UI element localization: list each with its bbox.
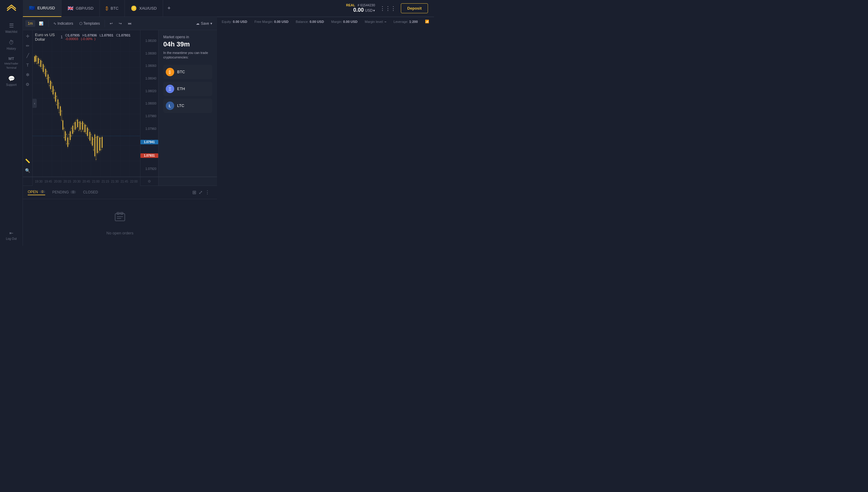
orders-tabs: OPEN 0 PENDING 0 CLOSED ⊞ ⤢ — [23, 186, 217, 199]
chart-timeframe: 1 — [61, 35, 63, 39]
margin-level-value: – — [385, 20, 386, 24]
shape-tool[interactable]: ✼ — [25, 71, 31, 78]
price-label-0: 1.08100 — [141, 39, 158, 43]
zoom-tool[interactable]: 🔍 — [24, 167, 31, 174]
tab-gbp-usd[interactable]: 🇬🇧 GBP/USD — [62, 0, 100, 17]
tab-gbp-usd-label: GBP/USD — [76, 6, 94, 10]
save-button[interactable]: ☁ Save ▾ — [193, 20, 214, 27]
rewind-button[interactable]: ⏮ — [125, 20, 134, 27]
sidebar-watchlist-label: Watchlist — [5, 30, 17, 33]
leverage-label: Leverage: 1:200 — [394, 20, 418, 24]
svg-rect-94 — [79, 121, 80, 130]
btc-crypto-name: BTC — [177, 70, 185, 74]
svg-rect-44 — [49, 77, 50, 85]
svg-rect-126 — [99, 138, 100, 151]
sidebar-item-watchlist[interactable]: ☰ Watchlist — [0, 19, 23, 36]
svg-rect-72 — [66, 134, 67, 144]
svg-rect-114 — [92, 137, 93, 146]
svg-rect-78 — [70, 131, 71, 140]
chart-svg — [32, 39, 140, 176]
equity-label: Equity: 0.00 USD — [222, 20, 247, 24]
account-balance: 0.00 — [353, 7, 364, 13]
line-tool[interactable]: ╱ — [25, 52, 30, 59]
templates-label: Templates — [83, 21, 100, 26]
free-margin-label: Free Margin: 0.00 USD — [255, 20, 288, 24]
chart-high: H1.07936 — [82, 33, 97, 37]
balance-label: Balance: 0.00 USD — [296, 20, 324, 24]
tab-btc[interactable]: ₿ BTC — [100, 0, 125, 17]
time-label-9: 21:45 — [121, 180, 128, 183]
chart-main: ‹ Euro vs US Dollar 1 O1.07935 H1.07936 … — [32, 30, 140, 176]
svg-rect-98 — [82, 121, 83, 130]
crypto-ltc[interactable]: Ł LTC — [163, 99, 212, 113]
sidebar-logout-label: Log Out — [6, 237, 17, 241]
tab-eur-usd[interactable]: 🇪🇺 EUR/USD — [23, 0, 62, 17]
svg-rect-122 — [97, 136, 98, 153]
templates-icon: ⬡ — [79, 21, 82, 26]
svg-rect-118 — [94, 134, 95, 156]
crypto-btc[interactable]: ₿ BTC — [163, 65, 212, 79]
price-badge-blue: 1.07941 — [141, 140, 158, 144]
timeframe-button[interactable]: 1m — [25, 20, 35, 27]
svg-rect-92 — [78, 123, 79, 130]
time-label-2: 20:00 — [54, 180, 62, 183]
chart-body: ✛ ✏ ╱ T ✼ ⚙ 📏 🔍 ‹ — [23, 30, 217, 176]
pen-tool[interactable]: ✏ — [25, 42, 31, 49]
svg-rect-48 — [51, 83, 52, 91]
sidebar: ☰ Watchlist ⏱ History MT MetaTrader Term… — [0, 17, 23, 246]
price-label-3: 1.08040 — [141, 77, 158, 80]
tab-closed[interactable]: CLOSED — [83, 190, 98, 195]
tab-xau-usd[interactable]: 🪙 XAU/USD — [125, 0, 163, 17]
redo-button[interactable]: ↪ — [116, 20, 124, 27]
svg-rect-36 — [44, 66, 45, 73]
grid-icon[interactable]: ⋮⋮⋮ — [380, 5, 396, 12]
orders-layout-button[interactable]: ⊞ — [192, 190, 196, 195]
tab-pending[interactable]: PENDING 0 — [52, 190, 76, 195]
sidebar-item-history[interactable]: ⏱ History — [0, 36, 23, 53]
mt-icon: MT — [8, 56, 14, 61]
text-tool[interactable]: T — [25, 62, 30, 69]
svg-rect-106 — [87, 127, 88, 136]
tab-open[interactable]: OPEN 0 — [28, 190, 45, 195]
svg-rect-96 — [81, 124, 82, 131]
pending-tab-label: PENDING — [52, 190, 69, 194]
sidebar-item-logout[interactable]: ⇤ Log Out — [0, 227, 23, 243]
toolbar-divider-2 — [104, 20, 105, 27]
tab-btc-label: BTC — [111, 6, 118, 10]
indicators-label: Indicators — [57, 21, 73, 26]
indicators-button[interactable]: ∿ Indicators — [51, 20, 76, 27]
add-tab-button[interactable]: + — [163, 0, 175, 17]
watchlist-icon: ☰ — [9, 22, 14, 29]
measure-tool[interactable]: ⚙ — [24, 81, 31, 88]
open-tab-count: 0 — [40, 190, 45, 193]
tab-xau-usd-label: XAU/USD — [139, 6, 157, 10]
deposit-button[interactable]: Deposit — [401, 3, 428, 13]
time-label-6: 21:00 — [92, 180, 99, 183]
sidebar-item-support[interactable]: 💬 Support — [0, 72, 23, 90]
leverage-value: 1:200 — [409, 20, 418, 24]
chart-bottom-bar: 19:30 19:45 20:00 20:15 20:30 20:45 21:0… — [23, 176, 217, 186]
svg-rect-76 — [69, 134, 70, 144]
dropdown-icon[interactable]: ▾ — [373, 8, 375, 13]
orders-more-button[interactable]: ⋮ — [205, 190, 210, 195]
crypto-eth[interactable]: Ξ ETH — [163, 82, 212, 96]
time-settings-btn[interactable]: ⚙ — [140, 177, 158, 186]
account-type: REAL — [346, 3, 355, 7]
svg-rect-24 — [37, 57, 38, 64]
svg-rect-34 — [43, 64, 44, 72]
svg-rect-80 — [71, 128, 72, 136]
svg-rect-84 — [74, 124, 74, 131]
sidebar-item-metatrader[interactable]: MT MetaTrader Terminal — [0, 53, 23, 72]
crosshair-tool[interactable]: ✛ — [25, 32, 31, 40]
svg-rect-28 — [39, 59, 40, 66]
time-label-1: 19:45 — [45, 180, 52, 183]
templates-button[interactable]: ⬡ Templates — [77, 20, 102, 27]
chart-type-button[interactable]: 📊 — [37, 20, 46, 27]
svg-rect-100 — [83, 124, 85, 131]
ruler-tool[interactable]: 📏 — [24, 157, 31, 165]
price-label-7: 1.07960 — [141, 127, 158, 130]
time-label-4: 20:30 — [73, 180, 80, 183]
collapse-button[interactable]: ‹ — [32, 99, 37, 108]
undo-button[interactable]: ↩ — [107, 20, 115, 27]
orders-expand-button[interactable]: ⤢ — [199, 190, 202, 195]
